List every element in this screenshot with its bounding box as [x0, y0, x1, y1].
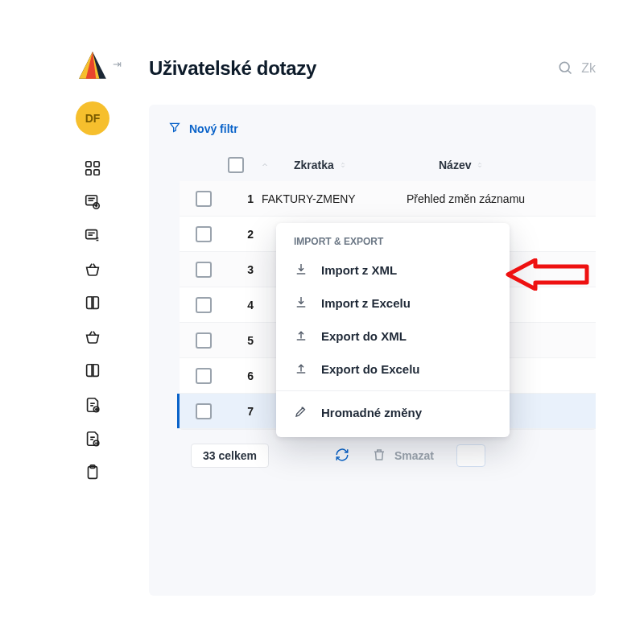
- filter-label: Nový filtr: [189, 122, 238, 135]
- row-number: 4: [228, 299, 262, 312]
- row-number: 7: [228, 405, 262, 418]
- nav-clipboard-icon[interactable]: [79, 459, 106, 486]
- column-zkratka[interactable]: Zkratka: [294, 159, 439, 171]
- content-panel: Nový filtr Zkratka Název 1 FAKTURY-ZMENY…: [149, 105, 596, 596]
- trash-icon: [372, 448, 386, 464]
- filter-icon: [168, 121, 181, 136]
- nav-dashboard-icon[interactable]: [79, 155, 106, 182]
- import-xml-item[interactable]: Import z XML: [276, 254, 510, 287]
- row-checkbox[interactable]: [196, 191, 212, 207]
- nav-add-record-icon[interactable]: [79, 188, 106, 216]
- sort-icon: [339, 159, 347, 171]
- new-filter-button[interactable]: Nový filtr: [149, 121, 596, 149]
- sort-id-button[interactable]: [260, 160, 294, 170]
- app-logo: ⇥: [76, 48, 109, 82]
- more-actions-button[interactable]: [456, 444, 485, 467]
- avatar[interactable]: DF: [76, 101, 109, 135]
- column-nazev[interactable]: Název: [439, 159, 581, 171]
- refresh-button[interactable]: [335, 448, 349, 464]
- sidebar-rail: ⇥ DF: [68, 48, 117, 596]
- svg-rect-3: [94, 170, 99, 175]
- search-placeholder: Zk: [581, 61, 596, 76]
- page-title: Uživatelské dotazy: [149, 57, 316, 80]
- download-icon: [294, 262, 308, 279]
- row-checkbox[interactable]: [196, 332, 212, 349]
- table-row[interactable]: 1 FAKTURY-ZMENY Přehled změn záznamu: [180, 181, 596, 217]
- table-footer: 33 celkem Smazat: [180, 444, 596, 468]
- svg-rect-10: [86, 230, 97, 239]
- svg-line-27: [568, 70, 572, 73]
- svg-rect-0: [86, 162, 91, 167]
- svg-rect-2: [86, 170, 91, 175]
- nav-basket-icon[interactable]: [79, 256, 106, 283]
- collapse-icon[interactable]: ⇥: [113, 58, 122, 70]
- records-table: Zkratka Název 1 FAKTURY-ZMENY Přehled zm…: [149, 149, 596, 468]
- row-nazev: Přehled změn záznamu: [407, 192, 596, 205]
- row-checkbox[interactable]: [196, 403, 212, 419]
- row-checkbox[interactable]: [196, 226, 212, 242]
- row-number: 3: [228, 263, 262, 276]
- row-number: 5: [228, 334, 262, 347]
- upload-icon: [294, 328, 308, 345]
- import-excel-item[interactable]: Import z Excelu: [276, 287, 510, 320]
- nav-book2-icon[interactable]: [79, 357, 106, 385]
- svg-rect-1: [94, 162, 99, 167]
- row-number: 2: [228, 228, 262, 241]
- nav-basket2-icon[interactable]: [79, 324, 106, 351]
- table-body: 1 FAKTURY-ZMENY Přehled změn záznamu 2 ě…: [180, 181, 596, 429]
- sort-icon: [476, 159, 484, 171]
- bulk-changes-item[interactable]: Hromadné změny: [276, 396, 510, 429]
- select-all-checkbox[interactable]: [228, 157, 244, 173]
- upload-icon: [294, 361, 308, 378]
- export-excel-item[interactable]: Export do Excelu: [276, 353, 510, 386]
- row-zkratka: FAKTURY-ZMENY: [262, 192, 407, 205]
- import-export-menu: IMPORT & EXPORT Import z XML Import z Ex…: [276, 223, 510, 437]
- search-icon: [557, 60, 573, 78]
- download-icon: [294, 295, 308, 312]
- svg-point-26: [560, 62, 570, 72]
- pencil-icon: [294, 404, 308, 421]
- popup-section-title: IMPORT & EXPORT: [276, 236, 510, 254]
- row-checkbox[interactable]: [196, 262, 212, 278]
- total-count-badge: 33 celkem: [191, 444, 269, 468]
- delete-button[interactable]: Smazat: [372, 448, 434, 464]
- nav-list-icon[interactable]: [79, 222, 106, 250]
- nav-doc-remove-icon[interactable]: [79, 425, 106, 452]
- row-checkbox[interactable]: [196, 368, 212, 384]
- row-number: 6: [228, 369, 262, 382]
- header: Uživatelské dotazy Zk: [149, 48, 596, 89]
- export-xml-item[interactable]: Export do XML: [276, 320, 510, 353]
- table-header-row: Zkratka Název: [149, 149, 596, 181]
- search-input[interactable]: Zk: [546, 60, 596, 78]
- nav-doc-add-icon[interactable]: [79, 391, 106, 419]
- row-checkbox[interactable]: [196, 297, 212, 313]
- row-number: 1: [228, 192, 262, 205]
- refresh-icon: [335, 448, 349, 464]
- nav-book-icon[interactable]: [79, 290, 106, 317]
